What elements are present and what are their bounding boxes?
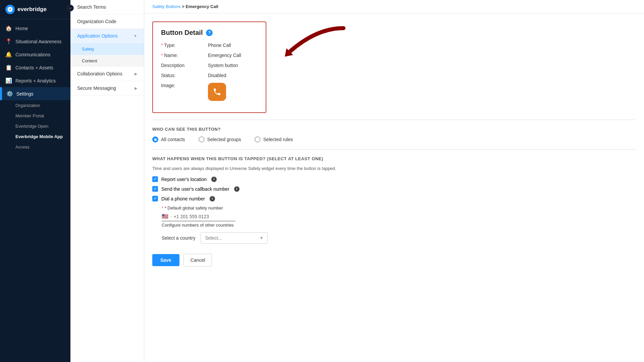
checkbox-report-location-label: Report user's location <box>161 177 207 182</box>
logo-icon <box>5 5 15 14</box>
sub-sidebar-collab-options[interactable]: Collaboration Options ▶ <box>70 67 144 81</box>
sidebar-sub-member-portal[interactable]: Member Portal <box>0 111 70 121</box>
dropdown-chevron-icon: ▼ <box>260 236 264 240</box>
who-section-title: WHO CAN SEE THIS BUTTON? <box>152 127 636 132</box>
what-section: WHAT HAPPENS WHEN THIS BUTTON IS TAPPED?… <box>152 156 636 244</box>
sub-sidebar-label: Search Terms <box>77 4 106 10</box>
sub-item-label: Organization <box>15 103 40 108</box>
configure-countries-link[interactable]: Configure numbers of other countries <box>162 223 636 228</box>
sidebar-item-label: Settings <box>16 91 34 97</box>
sidebar-sub-everbridge-open[interactable]: Everbridge Open <box>0 121 70 131</box>
select-country-label: Select a country <box>162 235 195 241</box>
card-title: Button Detail <box>161 29 203 37</box>
sub-sidebar-child-label: Safety <box>82 47 94 52</box>
sub-item-label: Member Portal <box>15 113 44 118</box>
content-area: Button Detail ? * Type: Phone Call * Nam… <box>144 13 644 293</box>
sub-sidebar-label: Application Options <box>77 33 118 39</box>
checkbox-report-location-box[interactable] <box>152 176 158 182</box>
communications-icon: 🔔 <box>5 51 12 58</box>
sidebar-collapse-button[interactable]: « <box>67 5 74 11</box>
detail-row-image: Image: <box>161 83 258 101</box>
situational-awareness-icon: 📍 <box>5 38 12 45</box>
radio-selected-groups[interactable]: Selected groups <box>199 136 241 142</box>
detail-row-type: * Type: Phone Call <box>161 43 258 48</box>
checkbox-dial-box[interactable] <box>152 196 158 201</box>
sub-sidebar-safety[interactable]: Safety <box>70 43 144 55</box>
annotation-arrow <box>270 21 357 88</box>
detail-row-description: Description System button <box>161 63 258 68</box>
cancel-button[interactable]: Cancel <box>183 254 212 266</box>
what-section-title: WHAT HAPPENS WHEN THIS BUTTON IS TAPPED?… <box>152 156 636 161</box>
breadcrumb-parent[interactable]: Safety Buttons <box>152 4 181 9</box>
phone-input-row: 🇺🇸 · <box>162 213 235 221</box>
radio-label-all: All contacts <box>161 137 185 142</box>
breadcrumb-separator: > <box>182 4 185 9</box>
detail-row-status: Status: Disabled <box>161 73 258 78</box>
sidebar-item-situational-awareness[interactable]: 📍 Situational Awareness <box>0 35 70 48</box>
checkbox-callback-label: Send the user's callback number <box>161 186 229 192</box>
sub-item-label: Everbridge Mobile App <box>15 134 63 139</box>
sidebar-sub-access[interactable]: Access <box>0 142 70 152</box>
us-flag-icon: 🇺🇸 <box>162 213 168 220</box>
status-label: Status: <box>161 73 208 78</box>
breadcrumb: Safety Buttons > Emergency Call <box>144 0 644 13</box>
checkbox-dial-phone[interactable]: Dial a phone number i <box>152 196 636 201</box>
sidebar-item-contacts-assets[interactable]: 📋 Contacts + Assets <box>0 61 70 74</box>
country-select-dropdown[interactable]: Select... ▼ <box>201 232 268 244</box>
checkbox-report-location[interactable]: Report user's location i <box>152 176 636 182</box>
reports-icon: 📊 <box>5 77 12 84</box>
select-placeholder: Select... <box>205 235 222 241</box>
divider-2 <box>152 149 636 149</box>
sub-item-label: Access <box>15 144 30 149</box>
checkbox-callback-box[interactable] <box>152 186 158 192</box>
radio-circle-groups <box>199 136 205 142</box>
radio-label-groups: Selected groups <box>207 137 241 142</box>
phone-button-image <box>208 83 226 101</box>
description-value: System button <box>208 63 238 68</box>
sidebar-item-label: Home <box>15 26 28 31</box>
svg-marker-1 <box>285 48 293 57</box>
status-value: Disabled <box>208 73 226 78</box>
sidebar-item-label: Reports + Analytics <box>15 78 56 83</box>
logo-area: everbridge <box>0 0 70 19</box>
radio-selected-rules[interactable]: Selected rules <box>255 136 293 142</box>
sub-sidebar-secure-messaging[interactable]: Secure Messaging ▶ <box>70 81 144 96</box>
phone-number-input[interactable] <box>174 214 224 219</box>
sidebar-item-reports-analytics[interactable]: 📊 Reports + Analytics <box>0 74 70 87</box>
sidebar-sub-everbridge-mobile[interactable]: Everbridge Mobile App <box>0 131 70 142</box>
phone-number-label: * * Default global safety number <box>162 205 636 210</box>
sub-sidebar-app-options[interactable]: Application Options ▼ <box>70 29 144 43</box>
radio-label-rules: Selected rules <box>263 137 293 142</box>
breadcrumb-current: Emergency Call <box>185 4 218 9</box>
chevron-right-icon: ▶ <box>135 86 137 90</box>
sidebar-item-label: Situational Awareness <box>15 39 62 44</box>
radio-all-contacts[interactable]: All contacts <box>152 136 185 142</box>
sidebar-item-label: Contacts + Assets <box>15 65 53 70</box>
contacts-icon: 📋 <box>5 64 12 71</box>
radio-group: All contacts Selected groups Selected ru… <box>152 136 636 142</box>
sidebar-item-home[interactable]: 🏠 Home <box>0 22 70 35</box>
sub-sidebar-org-code[interactable]: Organization Code <box>70 14 144 29</box>
info-callback-icon[interactable]: i <box>234 186 239 192</box>
sub-sidebar-content[interactable]: Content <box>70 55 144 67</box>
type-label: * Type: <box>161 43 208 48</box>
main-content: Safety Buttons > Emergency Call Button D… <box>144 0 644 362</box>
info-dial-icon[interactable]: i <box>210 196 215 201</box>
sidebar-item-settings[interactable]: ⚙️ Settings <box>0 87 70 100</box>
settings-sub-sidebar: Search Terms Organization Code Applicati… <box>70 0 144 362</box>
sidebar-sub-organization[interactable]: Organization <box>0 100 70 111</box>
checkbox-callback-number[interactable]: Send the user's callback number i <box>152 186 636 192</box>
sidebar-item-communications[interactable]: 🔔 Communications <box>0 48 70 61</box>
save-button[interactable]: Save <box>152 254 179 266</box>
name-value: Emergency Call <box>208 53 241 58</box>
description-label: Description <box>161 63 208 68</box>
annotation-area: Button Detail ? * Type: Phone Call * Nam… <box>152 21 636 113</box>
phone-number-section: * * Default global safety number 🇺🇸 · Co… <box>162 205 636 244</box>
chevron-right-icon: ▶ <box>135 72 137 76</box>
sub-sidebar-search-terms[interactable]: Search Terms <box>70 0 144 14</box>
sidebar-item-label: Communications <box>15 52 50 57</box>
radio-circle-rules <box>255 136 261 142</box>
info-icon[interactable]: ? <box>206 29 213 36</box>
sub-sidebar-child-label: Content <box>82 58 97 63</box>
info-report-location-icon[interactable]: i <box>211 177 217 182</box>
